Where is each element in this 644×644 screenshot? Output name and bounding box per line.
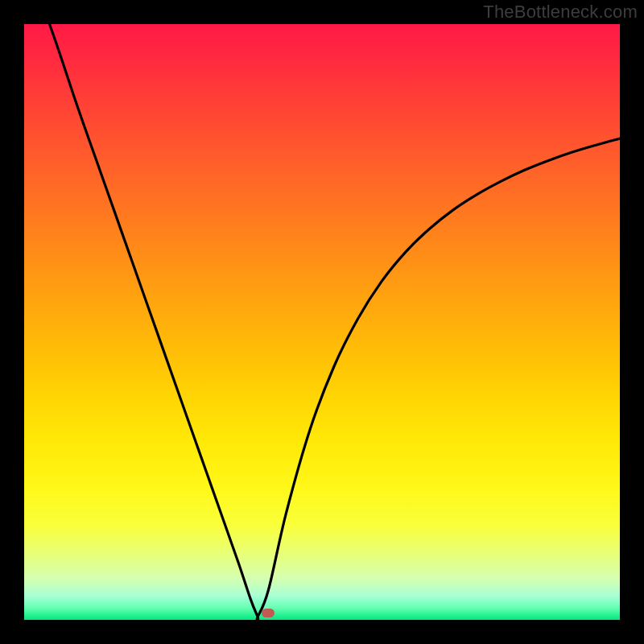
- bottleneck-curve: [24, 24, 620, 620]
- plot-area: [24, 24, 620, 620]
- curve-path: [50, 25, 620, 620]
- optimum-marker: [262, 609, 275, 617]
- chart-frame: TheBottleneck.com: [0, 0, 644, 644]
- watermark-text: TheBottleneck.com: [483, 2, 638, 23]
